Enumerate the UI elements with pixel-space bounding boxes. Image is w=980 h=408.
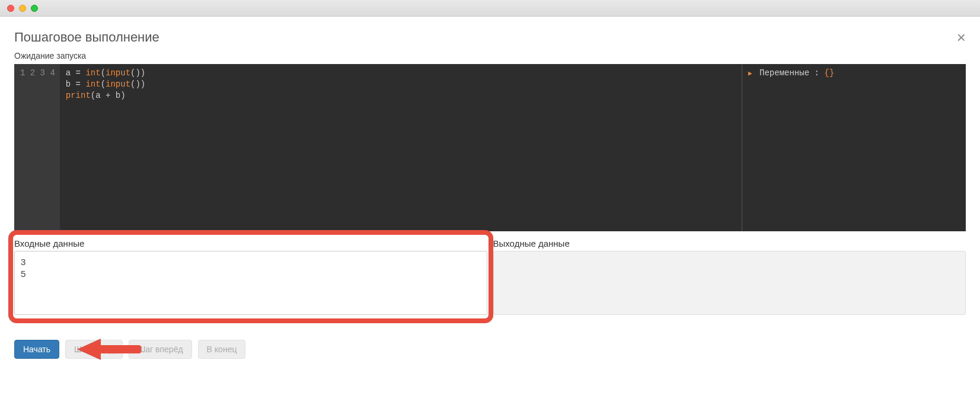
- output-data-field: [493, 251, 966, 315]
- chevron-right-icon[interactable]: ▶: [748, 69, 752, 78]
- input-label: Входные данные: [14, 235, 487, 248]
- modal: Пошаговое выполнение × Ожидание запуска …: [0, 17, 980, 373]
- io-row: Входные данные Выходные данные: [14, 235, 966, 315]
- variables-label: Переменные: [759, 68, 809, 78]
- modal-title: Пошаговое выполнение: [14, 30, 159, 45]
- close-icon[interactable]: ×: [957, 30, 966, 45]
- step-back-button[interactable]: Шаг назад: [65, 340, 123, 359]
- start-button[interactable]: Начать: [14, 340, 59, 359]
- input-column: Входные данные: [14, 235, 487, 315]
- window-zoom-dot[interactable]: [31, 5, 38, 12]
- to-end-button[interactable]: В конец: [198, 340, 246, 359]
- window-titlebar: [0, 0, 980, 17]
- code-lines: a = int(input()) b = int(input()) print(…: [60, 64, 151, 231]
- variables-sep: :: [809, 68, 824, 78]
- output-column: Выходные данные: [493, 235, 966, 315]
- window-minimize-dot[interactable]: [19, 5, 26, 12]
- input-data-field[interactable]: [14, 251, 487, 315]
- variables-value: {}: [824, 68, 834, 78]
- line-number-gutter: 1 2 3 4: [14, 64, 60, 231]
- modal-header: Пошаговое выполнение ×: [14, 30, 966, 45]
- button-row: Начать Шаг назад Шаг вперёд В конец: [14, 340, 966, 359]
- window-close-dot[interactable]: [7, 5, 14, 12]
- step-forward-button[interactable]: Шаг вперёд: [129, 340, 191, 359]
- variables-panel: ▶ Переменные : {}: [742, 64, 966, 231]
- execution-status: Ожидание запуска: [14, 51, 966, 60]
- code-editor[interactable]: 1 2 3 4 a = int(input()) b = int(input()…: [14, 64, 742, 231]
- editor-row: 1 2 3 4 a = int(input()) b = int(input()…: [14, 64, 966, 231]
- output-label: Выходные данные: [493, 235, 966, 248]
